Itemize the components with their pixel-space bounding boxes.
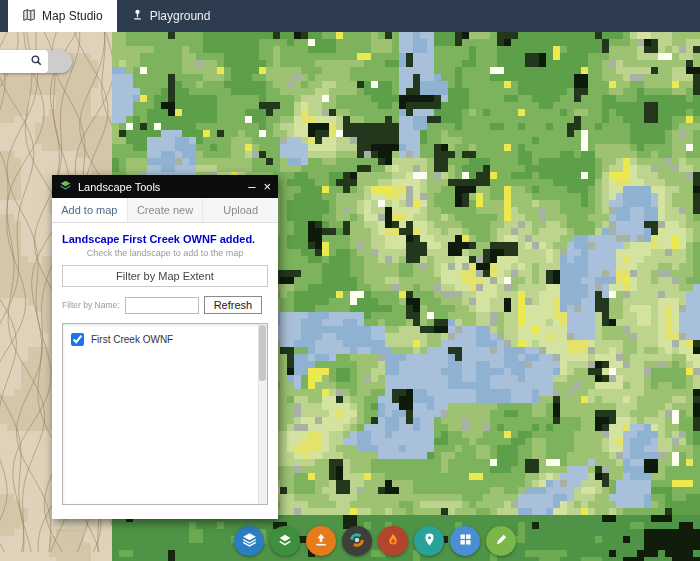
scrollbar-track[interactable] bbox=[258, 324, 267, 504]
panel-title: Landscape Tools bbox=[78, 181, 160, 193]
tab-map-studio-label: Map Studio bbox=[42, 9, 103, 23]
filter-row: Filter by Name: Refresh bbox=[62, 296, 268, 314]
landcover-pie-icon bbox=[348, 531, 366, 552]
search-box bbox=[0, 50, 48, 73]
top-navbar: Map Studio Playground bbox=[0, 0, 700, 32]
filter-by-name-input[interactable] bbox=[125, 297, 199, 314]
filter-by-map-extent-button[interactable]: Filter by Map Extent bbox=[62, 265, 268, 287]
status-message: Landscape First Creek OWNF added. bbox=[62, 233, 268, 245]
layers-icon bbox=[241, 531, 258, 551]
search-icon bbox=[30, 54, 43, 70]
map-tool-fire[interactable] bbox=[378, 526, 408, 556]
list-item[interactable]: First Creek OWNF bbox=[63, 324, 267, 355]
map-tool-draw[interactable] bbox=[486, 526, 516, 556]
panel-tabs: Add to map Create new Upload bbox=[52, 198, 278, 223]
map-tool-upload[interactable] bbox=[306, 526, 336, 556]
close-button[interactable]: × bbox=[263, 180, 271, 193]
refresh-button[interactable]: Refresh bbox=[204, 296, 263, 314]
apps-grid-icon bbox=[458, 532, 473, 550]
search-control bbox=[0, 50, 72, 73]
map-toolbar bbox=[234, 526, 516, 556]
search-button[interactable] bbox=[26, 50, 46, 73]
panel-body: Landscape First Creek OWNF added. Check … bbox=[52, 223, 278, 519]
map-tool-basemap[interactable] bbox=[270, 526, 300, 556]
map-studio-icon bbox=[22, 8, 36, 25]
scrollbar-thumb[interactable] bbox=[259, 325, 266, 381]
map-tool-landcover[interactable] bbox=[342, 526, 372, 556]
fire-icon bbox=[385, 532, 401, 551]
tab-playground[interactable]: Playground bbox=[117, 0, 225, 32]
landscape-tools-panel: Landscape Tools – × Add to map Create ne… bbox=[52, 175, 278, 519]
tab-add-to-map[interactable]: Add to map bbox=[52, 198, 127, 222]
draw-pencil-icon bbox=[494, 532, 509, 550]
tab-map-studio[interactable]: Map Studio bbox=[8, 0, 117, 32]
tab-playground-label: Playground bbox=[150, 9, 211, 23]
search-input[interactable] bbox=[0, 52, 26, 71]
upload-icon bbox=[313, 532, 329, 551]
playground-icon bbox=[131, 8, 144, 24]
filter-by-name-label: Filter by Name: bbox=[62, 300, 120, 310]
landscape-list: First Creek OWNF bbox=[62, 323, 268, 505]
map-tool-apps[interactable] bbox=[450, 526, 480, 556]
instruction-text: Check the landscape to add to the map bbox=[62, 248, 268, 258]
map-tool-location[interactable] bbox=[414, 526, 444, 556]
landscape-name: First Creek OWNF bbox=[91, 334, 173, 345]
panel-header[interactable]: Landscape Tools – × bbox=[52, 175, 278, 198]
minimize-button[interactable]: – bbox=[248, 180, 255, 193]
tab-create-new[interactable]: Create new bbox=[127, 198, 203, 222]
basemap-icon bbox=[277, 532, 293, 551]
landscape-checkbox[interactable] bbox=[71, 333, 84, 346]
landscape-tools-icon bbox=[59, 179, 72, 194]
map-tool-layers[interactable] bbox=[234, 526, 264, 556]
tab-upload[interactable]: Upload bbox=[202, 198, 278, 222]
location-pin-icon bbox=[422, 532, 437, 550]
